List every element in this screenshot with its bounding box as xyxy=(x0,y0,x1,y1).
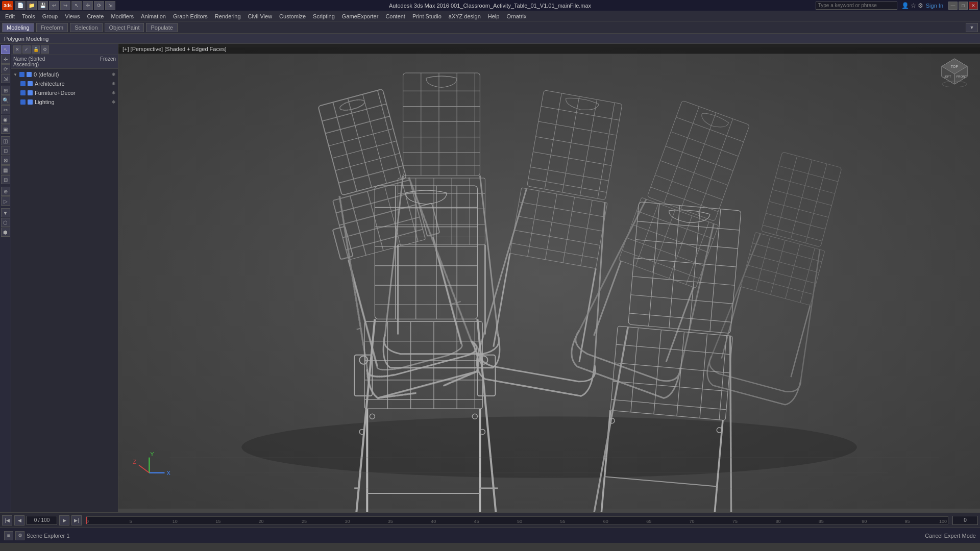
timeline-frame-input[interactable]: 0 xyxy=(952,516,978,525)
menu-animation[interactable]: Animation xyxy=(138,12,169,20)
tool-6[interactable]: ◫ xyxy=(1,136,10,145)
tree-frozen-lighting: ❄ xyxy=(112,99,116,105)
svg-text:Y: Y xyxy=(150,451,154,457)
tool-13[interactable]: ▼ xyxy=(1,208,10,217)
layer-color-furniture xyxy=(20,90,26,95)
menu-tools[interactable]: Tools xyxy=(19,12,38,20)
tool-11[interactable]: ⊕ xyxy=(1,187,10,196)
scene-tb-close[interactable]: ✕ xyxy=(13,45,21,54)
tab-freeform[interactable]: Freeform xyxy=(36,23,68,32)
tick-20: 20 xyxy=(259,519,264,524)
tool-14[interactable]: ⬡ xyxy=(1,218,10,227)
toolbar-undo[interactable]: ↩ xyxy=(49,1,59,10)
toolbar-move[interactable]: ✛ xyxy=(83,1,93,10)
signin-label[interactable]: Sign In xyxy=(926,3,943,9)
toolbar-new[interactable]: 📄 xyxy=(15,1,26,10)
timeline-prev[interactable]: ◀ xyxy=(14,515,24,525)
toolbar-scale[interactable]: ⇲ xyxy=(105,1,115,10)
menu-views[interactable]: Views xyxy=(62,12,83,20)
tick-5: 5 xyxy=(129,519,132,524)
timeline-next-end[interactable]: ▶| xyxy=(71,515,82,525)
tree-item-furniture[interactable]: Furniture+Decor ❄ xyxy=(12,88,117,97)
scene-tb-check[interactable]: ✓ xyxy=(22,45,31,54)
tab-populate[interactable]: Populate xyxy=(146,23,177,32)
tool-9[interactable]: ▦ xyxy=(1,165,10,174)
tree-frozen-architecture: ❄ xyxy=(112,81,116,86)
tree-frozen-furniture: ❄ xyxy=(112,90,116,95)
menu-help[interactable]: Help xyxy=(485,12,503,20)
toolbar-save[interactable]: 💾 xyxy=(38,1,48,10)
title-bar-left: 3ds 📄 📁 💾 ↩ ↪ ↖ ✛ ⟳ ⇲ xyxy=(2,1,115,10)
menu-rendering[interactable]: Rendering xyxy=(212,12,244,20)
toolbar-rotate[interactable]: ⟳ xyxy=(94,1,104,10)
tick-45: 45 xyxy=(474,519,479,524)
timeline-track[interactable]: 0 5 10 15 20 25 30 35 40 45 50 55 60 65 … xyxy=(86,516,948,524)
tab-selection[interactable]: Selection xyxy=(70,23,102,32)
timeline-bar: |◀ ◀ 0 / 100 ▶ ▶| 0 5 10 15 20 25 30 35 … xyxy=(0,512,980,528)
search-input[interactable] xyxy=(816,2,897,10)
left-tools-panel: ↖ ✛ ⟳ ⇲ ⊞ 🔍 ✂ ◉ ▣ ◫ ⊡ ⊠ ▦ ⊟ ⊕ ▷ ▼ ⬡ ⬢ xyxy=(0,44,11,512)
tool-12[interactable]: ▷ xyxy=(1,196,10,206)
status-bar: ≡ ⚙ Scene Explorer 1 Cancel Expert Mode xyxy=(0,528,980,543)
tool-15[interactable]: ⬢ xyxy=(1,228,10,237)
menu-scripting[interactable]: Scripting xyxy=(310,12,338,20)
polygon-modeling-label: Polygon Modeling xyxy=(4,36,48,42)
menu-customize[interactable]: Customize xyxy=(276,12,309,20)
tree-item-architecture[interactable]: Architecture ❄ xyxy=(12,79,117,88)
scene-panel: ✕ ✓ 🔒 ⚙ Name (Sorted Ascending) Frozen ▼… xyxy=(11,44,118,512)
tab-modeling[interactable]: Modeling xyxy=(2,23,34,32)
tool-10[interactable]: ⊟ xyxy=(1,175,10,184)
tree-item-lighting[interactable]: Lighting ❄ xyxy=(12,97,117,107)
tool-move[interactable]: ✛ xyxy=(1,55,10,64)
menu-content[interactable]: Content xyxy=(382,12,408,20)
toolbar-select[interactable]: ↖ xyxy=(71,1,82,10)
scene-explorer-settings[interactable]: ⚙ xyxy=(15,531,24,540)
menu-edit[interactable]: Edit xyxy=(2,12,18,20)
scene-tb-settings[interactable]: ⚙ xyxy=(41,45,49,54)
tool-3[interactable]: ✂ xyxy=(1,105,10,114)
menu-modifiers[interactable]: Modifiers xyxy=(108,12,137,20)
menu-create[interactable]: Create xyxy=(84,12,107,20)
populate-dropdown[interactable]: ▼ xyxy=(966,23,978,32)
menu-ornatrix[interactable]: Ornatrix xyxy=(503,12,529,20)
tab-objectpaint[interactable]: Object Paint xyxy=(105,23,144,32)
status-left: ≡ ⚙ Scene Explorer 1 xyxy=(4,531,69,540)
tool-1[interactable]: ⊞ xyxy=(1,86,10,95)
menu-grapheditors[interactable]: Graph Editors xyxy=(170,12,211,20)
menu-gameexporter[interactable]: GameExporter xyxy=(339,12,382,20)
nav-cube[interactable]: TOP FRONT LEFT xyxy=(939,56,970,87)
layer-color2-default xyxy=(27,72,32,77)
menu-group[interactable]: Group xyxy=(39,12,61,20)
toolbar-icons-group: 👤 xyxy=(901,2,909,9)
title-bar: 3ds 📄 📁 💾 ↩ ↪ ↖ ✛ ⟳ ⇲ Autodesk 3ds Max 2… xyxy=(0,0,980,11)
tool-4[interactable]: ◉ xyxy=(1,115,10,124)
tree-item-default[interactable]: ▼ 0 (default) ❄ xyxy=(12,70,117,79)
minimize-button[interactable]: — xyxy=(948,2,958,10)
tool-8[interactable]: ⊠ xyxy=(1,156,10,165)
tool-2[interactable]: 🔍 xyxy=(1,95,10,105)
tool-select[interactable]: ↖ xyxy=(1,45,10,54)
timeline-prev-start[interactable]: |◀ xyxy=(2,515,12,525)
scene-tb-lock[interactable]: 🔒 xyxy=(32,45,40,54)
svg-text:X: X xyxy=(166,470,170,476)
maximize-button[interactable]: □ xyxy=(959,2,968,10)
svg-text:FRONT: FRONT xyxy=(957,75,967,78)
timeline-play[interactable]: ▶ xyxy=(59,515,69,525)
viewport[interactable]: [+] [Perspective] [Shaded + Edged Faces]… xyxy=(118,44,980,512)
scene-frozen-col-header: Frozen xyxy=(100,56,116,67)
menu-civilview[interactable]: Civil View xyxy=(245,12,275,20)
close-button[interactable]: ✕ xyxy=(969,2,978,10)
scene-explorer-toggle[interactable]: ≡ xyxy=(4,531,13,540)
tool-scale[interactable]: ⇲ xyxy=(1,74,10,83)
menu-axyz[interactable]: aXYZ design xyxy=(446,12,484,20)
toolbar-redo[interactable]: ↪ xyxy=(60,1,70,10)
tool-7[interactable]: ⊡ xyxy=(1,146,10,155)
menu-printstudio[interactable]: Print Studio xyxy=(409,12,445,20)
tick-10: 10 xyxy=(173,519,178,524)
tool-5[interactable]: ▣ xyxy=(1,124,10,134)
tick-95: 95 xyxy=(905,519,910,524)
toolbar-open[interactable]: 📁 xyxy=(27,1,37,10)
tool-rotate[interactable]: ⟳ xyxy=(1,64,10,73)
tick-85: 85 xyxy=(819,519,824,524)
cancel-expert-mode[interactable]: Cancel Expert Mode xyxy=(925,533,976,539)
